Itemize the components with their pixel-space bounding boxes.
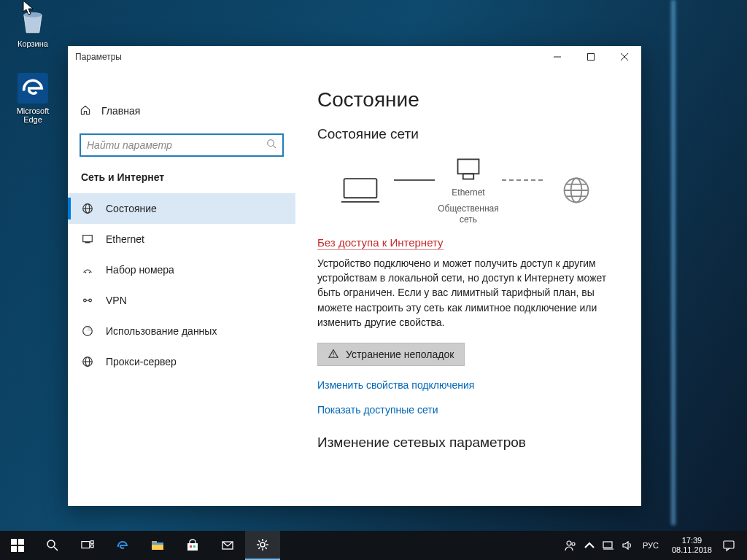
status-error-title: Без доступа к Интернету — [317, 236, 444, 250]
svg-rect-40 — [91, 541, 94, 544]
start-button[interactable] — [0, 531, 35, 560]
diagram-connector-dashed — [502, 179, 543, 181]
svg-rect-47 — [193, 545, 196, 548]
svg-rect-46 — [190, 545, 192, 548]
svg-rect-62 — [724, 541, 734, 548]
svg-rect-41 — [91, 545, 94, 548]
titlebar[interactable]: Параметры — [68, 46, 641, 68]
home-icon — [80, 104, 91, 118]
svg-line-7 — [274, 146, 276, 149]
tray-people-icon[interactable] — [562, 531, 578, 560]
page-heading: Состояние — [317, 88, 619, 112]
sidebar-section-title: Сеть и Интернет — [68, 171, 295, 193]
warning-icon — [328, 349, 338, 361]
close-button[interactable] — [608, 46, 641, 68]
task-view-button[interactable] — [70, 531, 105, 560]
svg-line-54 — [258, 540, 260, 542]
svg-rect-24 — [458, 159, 479, 174]
svg-point-6 — [268, 140, 274, 147]
svg-point-58 — [567, 541, 571, 545]
tray-network-icon[interactable] — [600, 531, 616, 560]
ethernet-icon — [81, 233, 94, 246]
nav-item-dialup[interactable]: Набор номера — [68, 254, 295, 285]
taskbar-edge[interactable] — [105, 531, 140, 560]
minimize-button[interactable] — [541, 46, 574, 68]
maximize-button[interactable] — [574, 46, 608, 68]
svg-rect-45 — [187, 543, 198, 551]
nav-item-proxy[interactable]: Прокси-сервер — [68, 346, 295, 377]
tray-clock[interactable]: 17:39 08.11.2018 — [666, 536, 718, 555]
svg-rect-25 — [463, 174, 473, 179]
svg-line-56 — [258, 548, 260, 549]
desktop-icon-label: Корзина — [7, 39, 58, 48]
svg-rect-33 — [11, 539, 17, 545]
svg-rect-44 — [152, 542, 163, 545]
svg-rect-12 — [85, 242, 90, 244]
diagram-node-pc — [327, 176, 394, 205]
vpn-icon — [81, 294, 94, 307]
status-icon — [81, 202, 94, 215]
taskbar-settings[interactable] — [245, 531, 280, 560]
status-body-text: Устройство подключено и может получить д… — [317, 256, 619, 330]
desktop-icon-label: Microsoft Edge — [7, 106, 58, 124]
svg-rect-60 — [603, 542, 612, 548]
taskbar-store[interactable] — [175, 531, 210, 560]
settings-window: Параметры Главная Сеть и Интернет — [68, 46, 641, 506]
svg-rect-34 — [18, 539, 24, 545]
svg-rect-35 — [11, 546, 17, 552]
clock-date: 08.11.2018 — [672, 545, 712, 555]
change-network-heading: Изменение сетевых параметров — [317, 435, 619, 451]
search-icon — [266, 139, 276, 152]
svg-point-49 — [260, 542, 265, 547]
taskbar-explorer[interactable] — [140, 531, 175, 560]
nav-label: Использование данных — [106, 325, 217, 337]
proxy-icon — [81, 355, 94, 368]
svg-rect-3 — [588, 54, 595, 61]
nav-label: Ethernet — [106, 233, 144, 245]
nav-item-status[interactable]: Состояние — [68, 193, 295, 224]
diagram-connector-wired — [394, 179, 435, 181]
troubleshoot-button[interactable]: Устранение неполадок — [317, 343, 465, 366]
svg-line-55 — [266, 548, 267, 549]
tray-volume-icon[interactable] — [619, 531, 635, 560]
nav-item-vpn[interactable]: VPN — [68, 285, 295, 316]
svg-line-57 — [266, 540, 267, 542]
taskbar-mail[interactable] — [210, 531, 245, 560]
svg-point-14 — [89, 272, 90, 273]
taskbar: РУС 17:39 08.11.2018 — [0, 531, 747, 560]
nav-item-data-usage[interactable]: Использование данных — [68, 316, 295, 346]
svg-rect-11 — [83, 236, 93, 242]
diagram-node-ethernet: Ethernet Общественная сеть — [435, 155, 502, 226]
desktop-light-beam — [671, 0, 676, 525]
tray-chevron-up-icon[interactable] — [581, 531, 597, 560]
desktop-icon-edge[interactable]: Microsoft Edge — [7, 73, 58, 124]
search-input-wrapper[interactable] — [80, 133, 284, 157]
nav-label: Прокси-сервер — [106, 356, 177, 368]
nav-item-ethernet[interactable]: Ethernet — [68, 224, 295, 254]
nav-label: Состояние — [106, 203, 157, 214]
clock-time: 17:39 — [672, 536, 712, 545]
svg-point-15 — [84, 299, 87, 302]
svg-point-32 — [333, 356, 333, 357]
window-title: Параметры — [75, 52, 122, 62]
search-button[interactable] — [35, 531, 70, 560]
home-label: Главная — [101, 105, 140, 117]
diagram-label-bottom: Общественная сеть — [435, 203, 502, 226]
sidebar: Главная Сеть и Интернет Состояние Ethern… — [68, 68, 295, 506]
data-usage-icon — [81, 324, 94, 338]
home-link[interactable]: Главная — [68, 97, 295, 125]
link-connection-properties[interactable]: Изменить свойства подключения — [317, 379, 619, 391]
troubleshoot-label: Устранение неполадок — [346, 349, 454, 360]
tray-language[interactable]: РУС — [638, 541, 663, 550]
svg-rect-39 — [82, 542, 90, 548]
svg-point-37 — [47, 540, 55, 548]
tray-action-center-icon[interactable] — [721, 531, 737, 560]
cursor-icon — [23, 0, 36, 16]
edge-icon — [18, 73, 48, 104]
dialup-icon — [81, 263, 94, 276]
svg-point-16 — [89, 299, 92, 302]
content-pane: Состояние Состояние сети Ethernet Общест… — [295, 68, 641, 506]
link-available-networks[interactable]: Показать доступные сети — [317, 404, 619, 416]
nav-label: Набор номера — [106, 264, 174, 276]
search-input[interactable] — [87, 139, 266, 151]
